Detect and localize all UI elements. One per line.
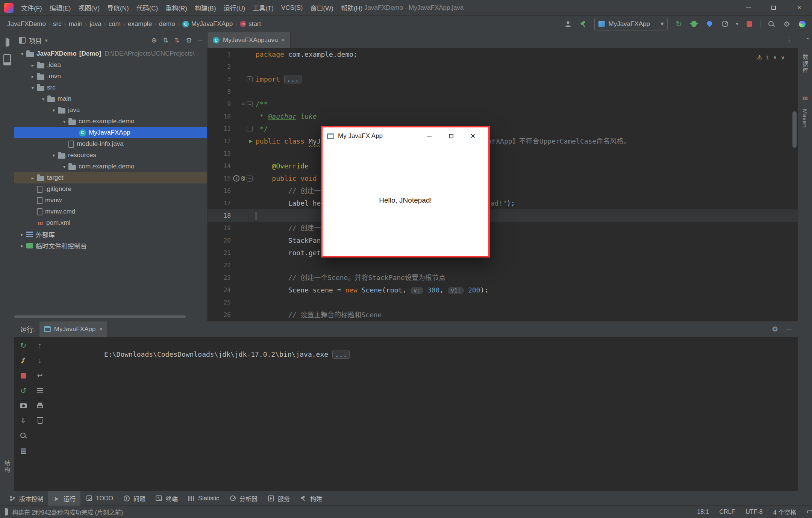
chevron-down-icon[interactable]: ▾ — [61, 119, 68, 124]
line-ending-widget[interactable]: CRLF — [720, 509, 735, 515]
tree-item[interactable]: ▾com.example.demo — [14, 161, 207, 172]
toolwindow-button-build[interactable]: 构建 — [295, 491, 327, 506]
menu-item[interactable]: 工具(T) — [249, 0, 277, 16]
line-number[interactable]: 26 — [208, 309, 231, 321]
code-line[interactable]: 18 — [208, 209, 798, 222]
javafx-window-titlebar[interactable]: My JavaFX App × — [323, 127, 488, 145]
line-number[interactable]: 8 — [208, 85, 231, 98]
run-tab[interactable]: MyJavaFXApp × — [39, 321, 107, 337]
code-text[interactable] — [256, 85, 798, 98]
code-text[interactable]: Scene scene = new Scene(root, v: 300, v1… — [256, 284, 798, 296]
down-stack-icon[interactable]: ↓ — [35, 356, 44, 365]
editor-tab[interactable]: C MyJavaFXApp.java × — [208, 32, 291, 48]
code-line[interactable]: 13 — [208, 147, 798, 160]
next-warning-icon[interactable]: ∨ — [781, 51, 785, 64]
chevron-right-icon[interactable]: ▸ — [29, 62, 36, 68]
chevron-right-icon[interactable]: ▸ — [19, 232, 26, 237]
menu-item[interactable]: 帮助(H) — [337, 0, 367, 16]
scroll-to-end-button[interactable] — [35, 386, 44, 395]
dump-download-icon[interactable]: ⇩ — [19, 416, 28, 425]
code-line[interactable]: 12▶public class MyJavaFXApp extends Appl… — [208, 135, 798, 147]
line-number[interactable]: 25 — [208, 296, 231, 309]
run-gutter-icon[interactable]: ▶ — [249, 135, 253, 147]
code-line[interactable]: 22 — [208, 259, 798, 271]
menu-item[interactable]: VCS(S) — [277, 0, 307, 16]
debug-button[interactable] — [689, 20, 698, 29]
tree-item[interactable]: ▸target — [14, 172, 207, 183]
close-button[interactable]: × — [786, 0, 812, 16]
line-number[interactable]: 14 — [208, 160, 231, 172]
toolwindow-button-profiler[interactable]: 分析器 — [224, 491, 262, 506]
project-view-dropdown[interactable]: ▾ — [45, 38, 48, 43]
minimize-button[interactable] — [735, 0, 761, 16]
code-line[interactable]: 24 Scene scene = new Scene(root, v: 300,… — [208, 284, 798, 296]
restart-icon[interactable]: ↺ — [19, 386, 28, 395]
structure-toolwindow-button[interactable]: 结构 — [3, 460, 11, 474]
line-number[interactable]: 2 — [208, 61, 231, 73]
breadcrumb-item[interactable]: demo — [157, 20, 177, 28]
breadcrumb-item-method[interactable]: mstart — [238, 20, 263, 28]
toolwindow-button-run[interactable]: ▶运行 — [48, 491, 80, 506]
menu-item[interactable]: 代码(C) — [133, 0, 162, 16]
search-everywhere-button[interactable] — [767, 20, 776, 29]
line-number[interactable]: 22 — [208, 259, 231, 271]
stop-run-button[interactable] — [19, 371, 28, 380]
thread-dump-button[interactable] — [19, 401, 28, 410]
line-number[interactable]: 9 — [208, 98, 231, 110]
menu-item[interactable]: 编辑(E) — [46, 0, 75, 16]
code-text[interactable]: // 设置主舞台的标题和Scene — [256, 309, 798, 321]
code-line[interactable]: 20 StackPane root = new StackPane(); — [208, 234, 798, 247]
override-gutter-icon[interactable]: ↑ — [233, 175, 239, 182]
build-project-button[interactable] — [579, 20, 588, 29]
menu-item[interactable]: 导航(N) — [103, 0, 133, 16]
code-line[interactable]: 2 — [208, 61, 798, 73]
caret-position-widget[interactable]: 18:1 — [697, 509, 709, 515]
doc-render-icon[interactable]: ≡ — [241, 98, 245, 110]
profiler-dropdown[interactable]: ▾ — [736, 21, 738, 27]
code-line[interactable]: 23 // 创建一个Scene。并将StackPane设置为根节点 — [208, 271, 798, 284]
expand-all-button[interactable]: ⇅ — [163, 36, 168, 44]
chevron-down-icon[interactable]: ▾ — [29, 85, 36, 91]
tree-item[interactable]: ▸临时文件和控制台 — [14, 240, 207, 251]
tree-item[interactable]: ▸外部库 — [14, 229, 207, 240]
code-line[interactable]: 8 — [208, 85, 798, 98]
code-line[interactable]: 26 // 设置主舞台的标题和Scene — [208, 309, 798, 321]
chevron-down-icon[interactable]: ▾ — [50, 108, 57, 113]
user-account-button[interactable] — [564, 20, 573, 29]
coverage-button[interactable] — [705, 20, 714, 29]
code-text[interactable]: /** — [256, 98, 798, 110]
fold-expand-icon[interactable]: + — [247, 76, 253, 82]
line-number[interactable]: 17 — [208, 197, 231, 209]
breadcrumb-item[interactable]: src — [51, 20, 64, 28]
fold-collapse-icon[interactable]: − — [247, 176, 253, 182]
commit-toolwindow-button[interactable] — [3, 54, 11, 65]
toolwindow-button-statistic[interactable]: Statistic — [183, 491, 224, 506]
code-line[interactable]: 21 root.getChildren().add(helloLabel); — [208, 247, 798, 259]
code-line[interactable]: 19 // 创建一个StackPane布局 — [208, 222, 798, 234]
rerun-button[interactable]: ↻ — [674, 20, 683, 29]
breadcrumb-item[interactable]: main — [67, 20, 85, 28]
console-fold-chip[interactable]: ... — [332, 350, 350, 359]
line-number[interactable]: 24 — [208, 284, 231, 296]
minimize-panel-icon[interactable]: ─ — [786, 326, 791, 333]
chevron-right-icon[interactable]: ▸ — [19, 243, 26, 248]
run-configuration-select[interactable]: MyJavaFXApp ▾ — [594, 18, 668, 30]
maximize-button[interactable] — [761, 0, 786, 16]
tree-item[interactable]: ▾resources — [14, 150, 207, 161]
line-number[interactable]: 20 — [208, 234, 231, 247]
breadcrumb-item-class[interactable]: CMyJavaFXApp — [180, 20, 235, 28]
stop-button[interactable] — [745, 20, 754, 29]
code-line[interactable]: 25 — [208, 296, 798, 309]
tree-item[interactable]: ▾main — [14, 93, 207, 105]
line-number[interactable]: 10 — [208, 110, 231, 123]
toolwindow-button-problems[interactable]: 问题 — [118, 491, 150, 506]
toolwindow-button-services[interactable]: 服务 — [262, 491, 295, 506]
tree-item[interactable]: ▾src — [14, 82, 207, 93]
toolwindow-toggle-button[interactable] — [5, 509, 7, 515]
tree-item[interactable]: module-info.java — [14, 138, 207, 150]
clear-console-button[interactable] — [35, 416, 44, 425]
menu-item[interactable]: 文件(F) — [17, 0, 46, 16]
menu-item[interactable]: 构建(B) — [191, 0, 220, 16]
code-text[interactable]: * @author luke — [256, 110, 798, 123]
line-number[interactable]: 15 — [208, 172, 231, 185]
